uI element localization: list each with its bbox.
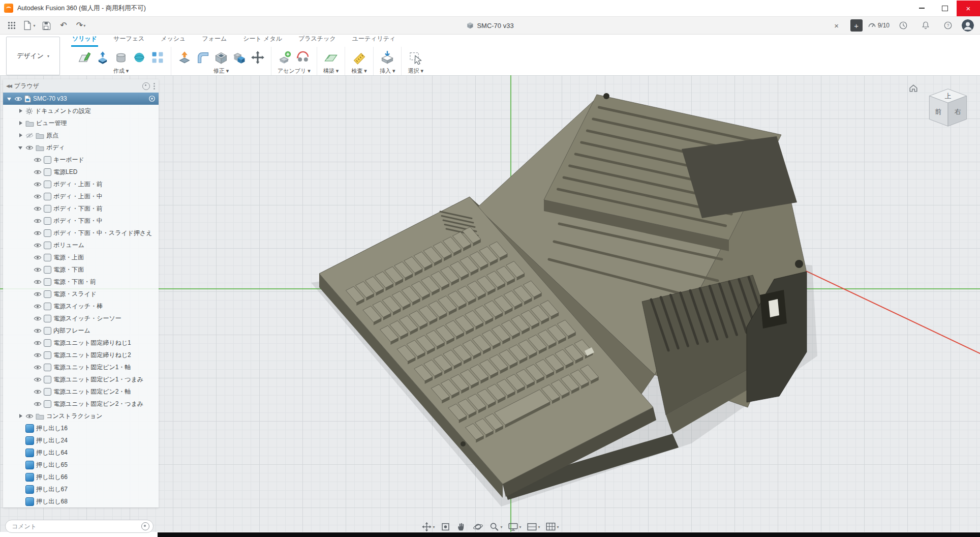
browser-item-body[interactable]: キーボード xyxy=(3,154,159,166)
press-pull-icon[interactable] xyxy=(177,50,192,65)
pan-button[interactable]: ▾ xyxy=(420,521,436,533)
help-button[interactable]: ? xyxy=(939,18,957,33)
eye-icon[interactable] xyxy=(34,182,42,187)
workspace-selector[interactable]: デザイン▾ xyxy=(6,37,60,75)
browser-item-body[interactable]: 電源ユニット固定ピン1・つまみ xyxy=(3,373,159,385)
expand-icon[interactable] xyxy=(18,133,23,138)
browser-item-body[interactable]: 電源・スライド xyxy=(3,288,159,300)
fillet-icon[interactable] xyxy=(196,50,210,65)
eye-icon[interactable] xyxy=(34,218,42,224)
eye-icon[interactable] xyxy=(34,206,42,212)
look-at-button[interactable] xyxy=(439,521,452,533)
tab-sheetmetal[interactable]: シート メタル xyxy=(242,34,283,47)
new-document-tab-button[interactable]: + xyxy=(850,19,863,32)
browser-item-root[interactable]: SMC-70 v33 xyxy=(3,93,159,105)
browser-item-body[interactable]: ボディ・下面・中・スライド押さえ xyxy=(3,227,159,239)
eye-icon[interactable] xyxy=(34,389,42,395)
orbit-button[interactable] xyxy=(471,521,484,533)
tab-surface[interactable]: サーフェス xyxy=(112,34,145,47)
viewcube-cube[interactable]: 上 前 右 xyxy=(920,80,976,140)
eye-icon[interactable] xyxy=(25,413,34,419)
browser-item-body[interactable]: 電源スイッチ・シーソー xyxy=(3,312,159,324)
collapse-panel-icon[interactable]: ◀◀ xyxy=(6,83,11,88)
browser-item-gear[interactable]: ドキュメントの設定 xyxy=(3,105,159,117)
browser-item-feature[interactable]: 押し出し65 xyxy=(3,459,159,471)
app-grid-button[interactable] xyxy=(3,18,20,33)
minimize-button[interactable] xyxy=(910,1,933,16)
expand-icon[interactable] xyxy=(18,121,23,126)
expand-icon[interactable] xyxy=(18,108,23,113)
close-button[interactable]: × xyxy=(957,1,980,16)
browser-item-folder[interactable]: ビュー管理 xyxy=(3,117,159,129)
new-component-icon[interactable] xyxy=(278,50,292,65)
browser-item-feature[interactable]: 押し出し16 xyxy=(3,422,159,434)
notifications-button[interactable] xyxy=(917,18,934,33)
browser-item-body[interactable]: 電源ユニット固定締りねじ2 xyxy=(3,349,159,361)
eye-icon[interactable] xyxy=(34,401,42,407)
collapse-icon[interactable] xyxy=(7,96,12,101)
measure-icon[interactable] xyxy=(352,50,366,65)
eye-icon[interactable] xyxy=(34,291,42,297)
browser-item-feature[interactable]: 押し出し68 xyxy=(3,495,159,508)
display-settings-button[interactable]: ▾ xyxy=(506,521,522,533)
eye-icon[interactable] xyxy=(34,304,42,309)
viewcube-front-label[interactable]: 前 xyxy=(935,108,941,115)
joint-icon[interactable] xyxy=(296,50,310,65)
comment-input[interactable] xyxy=(5,520,154,533)
eye-icon[interactable] xyxy=(34,377,42,382)
eye-icon[interactable] xyxy=(34,157,42,163)
job-status-badge[interactable]: 9/10 xyxy=(868,21,890,30)
eye-icon[interactable] xyxy=(14,96,22,102)
document-tab[interactable]: SMC-70 v33 xyxy=(466,22,513,29)
eye-icon[interactable] xyxy=(34,230,42,236)
viewports-button[interactable]: ▾ xyxy=(544,521,560,533)
browser-item-body[interactable]: ボディ・上面・中 xyxy=(3,190,159,202)
eye-icon[interactable] xyxy=(34,169,42,175)
browser-item-feature[interactable]: 押し出し24 xyxy=(3,434,159,446)
browser-item-body[interactable]: 電源・下面 xyxy=(3,263,159,276)
expand-icon[interactable] xyxy=(18,413,23,419)
activate-icon[interactable] xyxy=(148,95,156,102)
pattern-icon[interactable] xyxy=(150,50,165,65)
close-document-button[interactable]: × xyxy=(828,18,845,33)
browser-header[interactable]: ◀◀ ブラウザ xyxy=(3,79,159,93)
tab-plastic[interactable]: プラスチック xyxy=(297,34,337,47)
grab-button[interactable] xyxy=(455,521,468,533)
eye-icon[interactable] xyxy=(34,340,42,346)
eye-icon[interactable] xyxy=(34,255,42,260)
tab-solid[interactable]: ソリッド xyxy=(71,34,98,47)
tab-utilities[interactable]: ユーティリティ xyxy=(351,34,397,47)
insert-icon[interactable] xyxy=(380,50,394,65)
browser-item-body[interactable]: ボディ・下面・前 xyxy=(3,202,159,215)
viewcube[interactable]: 上 前 右 xyxy=(909,80,976,142)
browser-item-body[interactable]: 内部フレーム xyxy=(3,324,159,337)
move-icon[interactable] xyxy=(251,50,265,65)
eye-icon[interactable] xyxy=(34,352,42,358)
browser-item-body[interactable]: 電源ユニット固定締りねじ1 xyxy=(3,337,159,349)
browser-item-body[interactable]: ボリューム xyxy=(3,239,159,251)
redo-button[interactable]: ↷▾ xyxy=(72,18,89,33)
sphere-icon[interactable] xyxy=(132,50,146,65)
browser-item-feature[interactable]: 押し出し64 xyxy=(3,446,159,459)
combine-icon[interactable] xyxy=(232,50,247,65)
zoom-button[interactable]: ▾ xyxy=(487,521,503,533)
shell-icon[interactable] xyxy=(214,50,228,65)
browser-item-body[interactable]: 電源ユニット固定ピン2・軸 xyxy=(3,385,159,398)
browser-item-body[interactable]: 電源ユニット固定ピン2・つまみ xyxy=(3,398,159,410)
construction-plane-icon[interactable] xyxy=(324,50,338,65)
tab-form[interactable]: フォーム xyxy=(201,34,228,47)
browser-item-body[interactable]: 電源LED xyxy=(3,166,159,178)
create-sketch-icon[interactable] xyxy=(77,50,91,65)
browser-item-feature[interactable]: 押し出し67 xyxy=(3,483,159,495)
eye-icon[interactable] xyxy=(34,279,42,285)
eye-icon[interactable] xyxy=(34,267,42,273)
job-history-button[interactable] xyxy=(895,18,912,33)
grid-settings-button[interactable]: ▾ xyxy=(526,521,541,533)
browser-item-body[interactable]: ボディ・上面・前 xyxy=(3,178,159,190)
extrude-icon[interactable] xyxy=(96,50,110,65)
browser-item-body[interactable]: 電源・上面 xyxy=(3,251,159,263)
viewcube-top-label[interactable]: 上 xyxy=(945,92,952,100)
file-menu-button[interactable]: ▾ xyxy=(20,18,38,33)
eye-icon[interactable] xyxy=(34,243,42,248)
browser-item-folder[interactable]: ボディ xyxy=(3,141,159,154)
